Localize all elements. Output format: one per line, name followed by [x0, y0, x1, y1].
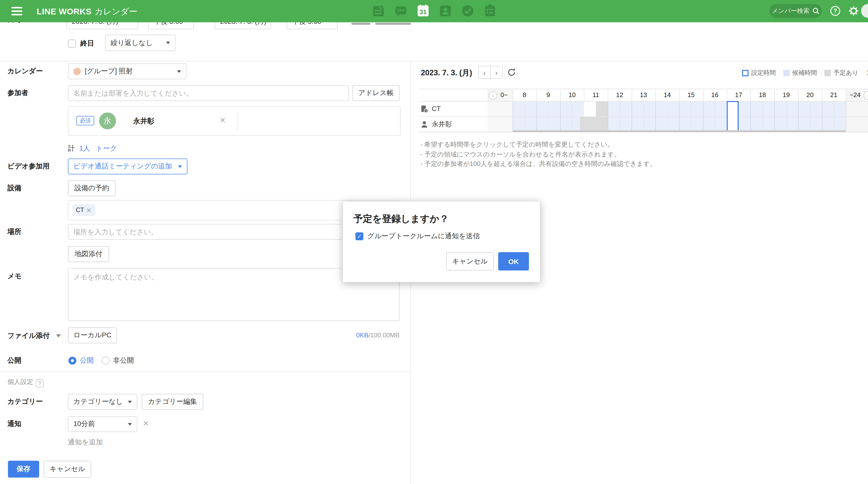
radio-private[interactable] — [102, 357, 110, 365]
scroll-left-icon[interactable]: ‹ — [489, 91, 497, 100]
grid-line — [419, 101, 868, 102]
notify-select[interactable]: 10分前 — [68, 416, 137, 432]
chevron-down-icon — [178, 165, 182, 168]
hour-label: 21 — [822, 89, 846, 101]
address-book-button[interactable]: アドレス帳 — [352, 85, 400, 101]
required-badge: 必須 — [76, 116, 94, 125]
prev-day-button[interactable]: ‹ — [479, 66, 491, 78]
clipped-text-fragment — [351, 23, 370, 25]
divider — [237, 111, 238, 130]
confirm-dialog: 予定を登録しますか？ ✓ グループトークルームに通知を送信 キャンセル OK — [343, 201, 540, 282]
local-pc-button[interactable]: ローカルPC — [68, 327, 117, 343]
remove-equipment-icon[interactable]: ✕ — [86, 207, 91, 213]
talk-link[interactable]: トーク — [96, 144, 117, 152]
timeline-grid[interactable]: 0~89101112131415161718192021~24 ‹ › CT 永… — [419, 89, 868, 134]
person-icon — [421, 120, 428, 128]
hour-label: 10 — [560, 89, 584, 101]
refresh-icon[interactable] — [507, 67, 517, 77]
note-line: - 予定の参加者が100人を超える場合は、共有設備の空き時間のみ確認できます。 — [421, 159, 656, 169]
add-video-meeting-button[interactable]: ビデオ通話ミーティングの追加 — [68, 159, 187, 174]
app-header: LINE WORKSカレンダー 31 — [0, 0, 868, 22]
allday-checkbox[interactable] — [68, 40, 76, 47]
date-nav: ‹ › — [478, 66, 503, 79]
edit-category-button[interactable]: カテゴリー編集 — [142, 394, 203, 410]
remove-notify-icon[interactable]: ✕ — [143, 420, 149, 427]
legend-busy: 予定あり — [825, 69, 858, 77]
hour-label: 11 — [584, 89, 608, 101]
repeat-select[interactable]: 繰り返しなし — [105, 35, 176, 51]
file-field-label: ファイル添付 — [7, 331, 50, 340]
chevron-down-icon — [128, 423, 132, 425]
settings-gear-icon[interactable] — [848, 5, 859, 17]
attendee-name: 永井彰 — [133, 117, 154, 126]
legend-busy-swatch — [825, 70, 831, 76]
category-select[interactable]: カテゴリーなし — [68, 394, 137, 410]
member-search[interactable]: メンバー検索 — [769, 4, 822, 18]
panel-notes: - 希望する時間帯をクリックして予定の時間を変更してください。 - 予定の領域に… — [421, 140, 656, 169]
save-button[interactable]: 保存 — [8, 461, 39, 478]
video-field-label: ビデオ参加用 — [7, 162, 50, 171]
end-time-field[interactable]: 午後 5:30 — [286, 22, 338, 29]
next-day-button[interactable]: › — [491, 66, 502, 78]
start-date-field[interactable]: 2023. 7. 3. (月) — [66, 22, 138, 29]
section-divider — [0, 61, 868, 61]
chevron-down-icon — [177, 70, 181, 72]
horizontal-scrollbar[interactable] — [513, 130, 846, 132]
free-block — [584, 101, 596, 117]
message-icon[interactable] — [393, 3, 408, 18]
memo-field-label: メモ — [7, 272, 22, 281]
timeline-legend: 設定時間 候補時間 予定あり ✕ — [742, 69, 868, 77]
radio-public-label[interactable]: 公開 — [80, 356, 94, 365]
hour-label: 19 — [774, 89, 798, 101]
legend-candidate-time: 候補時間 — [783, 69, 817, 77]
hamburger-menu-icon[interactable] — [11, 7, 22, 15]
hour-label: 15 — [679, 89, 703, 101]
file-size-indicator: 0KB/100.00MB — [273, 331, 400, 339]
legend-set-time-swatch — [742, 70, 748, 76]
start-time-field[interactable]: 午後 5:00 — [148, 22, 194, 29]
notify-talkroom-checkbox[interactable]: ✓ — [355, 232, 363, 240]
service-icons: 31 — [371, 3, 497, 18]
cancel-button[interactable]: キャンセル — [43, 461, 91, 478]
dialog-cancel-button[interactable]: キャンセル — [446, 252, 494, 270]
note-line: - 予定の領域にマウスのカーソルを合わせると件名が表示されます。 — [421, 149, 656, 159]
equipment-field-label: 設備 — [7, 184, 21, 193]
hour-label: ~24 — [846, 89, 865, 101]
app-root: LINE WORKSカレンダー 31 — [0, 0, 868, 484]
busy-block — [580, 117, 608, 132]
legend-candidate-swatch — [783, 70, 790, 76]
end-date-field[interactable]: 2023. 7. 3. (月) — [215, 22, 271, 29]
personal-settings-label: 個人設定? — [7, 378, 43, 387]
calendar-select[interactable]: [グループ] 照射 — [68, 63, 186, 79]
add-notify-link[interactable]: 通知を追加 — [68, 438, 103, 447]
legend-set-time: 設定時間 — [742, 69, 776, 77]
radio-public[interactable] — [68, 357, 76, 365]
calendar-icon-active[interactable]: 31 — [415, 3, 430, 18]
help-icon[interactable]: ? — [830, 5, 841, 17]
radio-private-label[interactable]: 非公開 — [113, 356, 134, 365]
dialog-ok-button[interactable]: OK — [498, 252, 529, 270]
brand-logo: LINE WORKS — [37, 7, 91, 17]
category-field-label: カテゴリー — [7, 397, 43, 406]
hour-label: 18 — [750, 89, 774, 101]
hour-label: 9 — [536, 89, 560, 101]
chevron-down-icon — [128, 400, 132, 403]
attach-map-button[interactable]: 地図添付 — [68, 246, 109, 262]
equipment-chip: CT ✕ — [72, 204, 95, 216]
selected-time-slot[interactable] — [727, 101, 739, 132]
contacts-icon[interactable] — [438, 3, 453, 18]
clipboard-list-icon[interactable] — [482, 3, 497, 18]
attendees-input[interactable] — [68, 85, 349, 101]
close-panel-icon[interactable]: ✕ — [866, 69, 868, 77]
collapse-chevron-icon[interactable] — [56, 334, 61, 337]
profile-avatar[interactable] — [861, 4, 868, 18]
reserve-equipment-button[interactable]: 設備の予約 — [68, 180, 116, 196]
help-tooltip-icon[interactable]: ? — [36, 379, 43, 387]
board-icon[interactable] — [371, 3, 386, 18]
hour-label: 14 — [655, 89, 679, 101]
allday-label: 終日 — [80, 39, 94, 48]
remove-attendee-icon[interactable]: ✕ — [220, 117, 226, 124]
attendee-avatar: 永 — [99, 112, 116, 129]
task-check-icon[interactable] — [460, 3, 475, 18]
attendee-count-link[interactable]: 1人 — [79, 144, 90, 152]
